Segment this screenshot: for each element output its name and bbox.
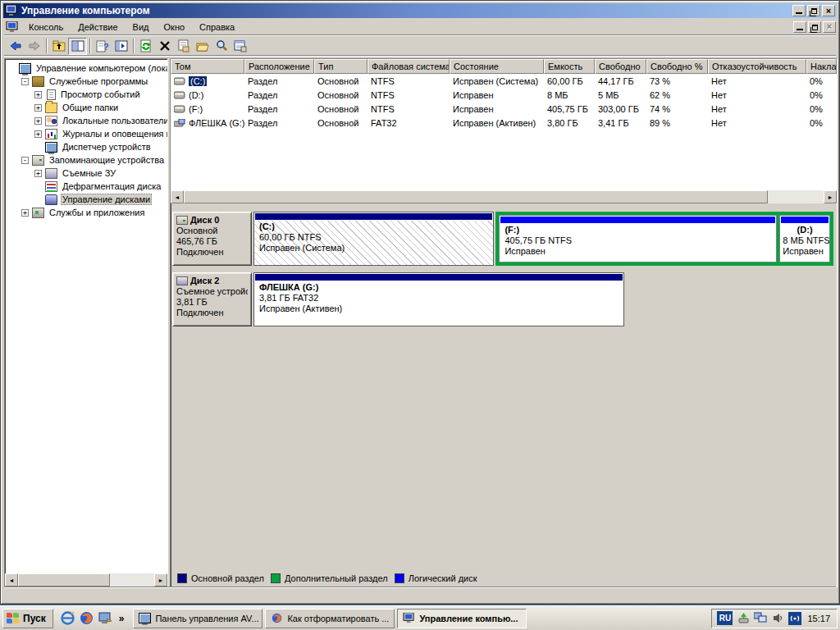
- delete-button[interactable]: [155, 38, 174, 55]
- properties-button[interactable]: [174, 38, 193, 55]
- tree-expander[interactable]: +: [21, 209, 29, 217]
- column-header-volume[interactable]: Том: [171, 59, 244, 74]
- taskbar-button-av-panel[interactable]: Панель управления AV...: [133, 609, 262, 628]
- scrollbar-thumb[interactable]: [18, 573, 110, 587]
- tree-expander[interactable]: +: [34, 130, 42, 138]
- tree-expander[interactable]: +: [34, 117, 42, 125]
- column-header-status[interactable]: Состояние: [450, 59, 544, 74]
- show-tree-icon: [71, 39, 84, 52]
- help-window-button[interactable]: [231, 38, 249, 55]
- up-level-button[interactable]: [49, 38, 68, 55]
- tree-item-device-manager[interactable]: Диспетчер устройств: [7, 140, 167, 153]
- logical-disk-color-swatch: [395, 573, 404, 583]
- disk-2-info[interactable]: Диск 2 Съемное устройство 3,81 ГБ Подклю…: [172, 272, 252, 326]
- menu-help[interactable]: Справка: [192, 21, 242, 34]
- taskbar-button-computer-management[interactable]: Управление компью...: [397, 609, 527, 628]
- tree-expander[interactable]: +: [34, 91, 42, 98]
- column-header-type[interactable]: Тип: [314, 59, 368, 74]
- wireless-network-icon[interactable]: [788, 612, 801, 625]
- tree-item-disk-management[interactable]: Управление дисками: [7, 193, 167, 206]
- tree-item-services[interactable]: + Службы и приложения: [7, 206, 167, 219]
- column-header-capacity[interactable]: Емкость: [544, 59, 595, 74]
- child-minimize-button[interactable]: [793, 21, 806, 33]
- start-button[interactable]: Пуск: [2, 609, 53, 628]
- scroll-left-arrow[interactable]: ◄: [5, 573, 18, 587]
- child-restore-button[interactable]: [808, 21, 821, 33]
- computer-icon: [403, 613, 415, 623]
- volume-row-d[interactable]: (D:) Раздел Основной NTFS Исправен 8 МБ …: [171, 88, 837, 102]
- menu-console[interactable]: Консоль: [21, 21, 71, 34]
- open-button[interactable]: [193, 38, 212, 55]
- show-pane-button[interactable]: [112, 38, 130, 55]
- legend-extended-partition: Дополнительный раздел: [271, 573, 388, 583]
- find-button[interactable]: [212, 38, 231, 55]
- language-indicator[interactable]: RU: [717, 611, 733, 625]
- disk-kind: Основной: [176, 226, 248, 236]
- refresh-button[interactable]: [136, 38, 155, 55]
- disk-0-info[interactable]: Диск 0 Основной 465,76 ГБ Подключен: [172, 212, 252, 266]
- tree-horizontal-scrollbar[interactable]: ◄ ►: [5, 573, 167, 587]
- tree-item-system-tools[interactable]: - Служебные программы: [7, 75, 167, 88]
- partition-f[interactable]: (F:) 405,75 ГБ NTFS Исправен: [499, 215, 777, 262]
- child-close-button[interactable]: ×: [823, 21, 836, 33]
- firefox-icon[interactable]: [80, 611, 94, 626]
- extended-partition[interactable]: (F:) 405,75 ГБ NTFS Исправен (D:) 8 МБ N…: [495, 212, 833, 266]
- tree-item-shared-folders[interactable]: + Общие папки: [7, 101, 167, 114]
- tree-item-performance-logs[interactable]: + Журналы и оповещения производительност…: [7, 127, 167, 140]
- tree-expander[interactable]: -: [21, 157, 29, 164]
- volume-row-c[interactable]: (C:) Раздел Основной NTFS Исправен (Сист…: [171, 74, 837, 88]
- menu-view[interactable]: Вид: [126, 21, 157, 34]
- tree-expander[interactable]: -: [21, 78, 29, 85]
- scroll-left-arrow[interactable]: ◄: [171, 190, 184, 203]
- scroll-right-arrow[interactable]: ►: [824, 190, 837, 203]
- partition-c[interactable]: (C:) 60,00 ГБ NTFS Исправен (Система): [253, 212, 494, 266]
- internet-explorer-icon[interactable]: [61, 611, 75, 626]
- disk-management-panel: Том Расположение Тип Файловая система Со…: [170, 58, 838, 587]
- tree-item-local-users[interactable]: + Локальные пользователи: [7, 114, 167, 127]
- disk-icon: [176, 216, 188, 225]
- system-tools-icon: [32, 76, 44, 87]
- menu-action[interactable]: Действие: [71, 21, 125, 34]
- tree-item-removable-storage[interactable]: + Съемные ЗУ: [7, 167, 167, 180]
- restore-button[interactable]: [807, 5, 820, 16]
- partition-g[interactable]: ФЛЕШКА (G:) 3,81 ГБ FAT32 Исправен (Акти…: [253, 272, 624, 326]
- tree-item-event-viewer[interactable]: + Просмотр событий: [7, 88, 167, 101]
- minimize-button[interactable]: [792, 5, 806, 16]
- column-header-overhead[interactable]: Накладные расходы: [806, 59, 837, 74]
- tree-expander[interactable]: +: [34, 170, 42, 177]
- column-header-free[interactable]: Свободно: [595, 59, 646, 74]
- taskbar-button-firefox[interactable]: Как отформатировать ...: [265, 609, 395, 628]
- show-desktop-icon[interactable]: [98, 611, 113, 626]
- scrollbar-thumb[interactable]: [184, 190, 768, 203]
- tree-expander[interactable]: +: [34, 104, 42, 112]
- column-header-fault-tolerance[interactable]: Отказоустойчивость: [708, 59, 806, 74]
- forward-button[interactable]: [25, 38, 43, 55]
- taskbar-button-label: Управление компью...: [419, 614, 518, 623]
- column-header-free-pct[interactable]: Свободно %: [646, 59, 708, 74]
- close-button[interactable]: ×: [822, 5, 835, 16]
- menu-window[interactable]: Окно: [157, 21, 193, 34]
- volume-icon[interactable]: [771, 612, 784, 625]
- clock[interactable]: 15:17: [806, 614, 830, 623]
- tree-item-computer-management[interactable]: Управление компьютером (локальный): [7, 62, 167, 75]
- computer-icon: [5, 5, 18, 16]
- back-button[interactable]: [6, 38, 25, 55]
- scroll-right-arrow[interactable]: ►: [154, 573, 167, 587]
- volume-row-f[interactable]: (F:) Раздел Основной NTFS Исправен 405,7…: [171, 102, 837, 116]
- safely-remove-hardware-icon[interactable]: [737, 612, 750, 625]
- partition-d[interactable]: (D:) 8 МБ NTFS Исправен: [779, 215, 830, 262]
- volume-row-g[interactable]: ФЛЕШКА (G:) Раздел Основной FAT32 Исправ…: [171, 116, 837, 130]
- volume-list-header: Том Расположение Тип Файловая система Со…: [171, 59, 837, 74]
- tree-item-defrag[interactable]: Дефрагментация диска: [7, 180, 167, 193]
- title-bar[interactable]: Управление компьютером ×: [3, 3, 837, 18]
- column-header-filesystem[interactable]: Файловая система: [368, 59, 450, 74]
- column-header-layout[interactable]: Расположение: [244, 59, 314, 74]
- volume-list-horizontal-scrollbar[interactable]: ◄ ►: [171, 190, 837, 203]
- quick-launch-overflow-chevron[interactable]: »: [117, 613, 126, 624]
- tree-item-label: Локальные пользователи: [61, 115, 168, 126]
- tree-item-storage[interactable]: - Запоминающие устройства: [7, 153, 167, 167]
- console-window-icon: [6, 21, 19, 33]
- console-properties-button[interactable]: ?: [93, 38, 112, 55]
- network-icon[interactable]: [754, 612, 767, 625]
- show-tree-button[interactable]: [68, 38, 87, 55]
